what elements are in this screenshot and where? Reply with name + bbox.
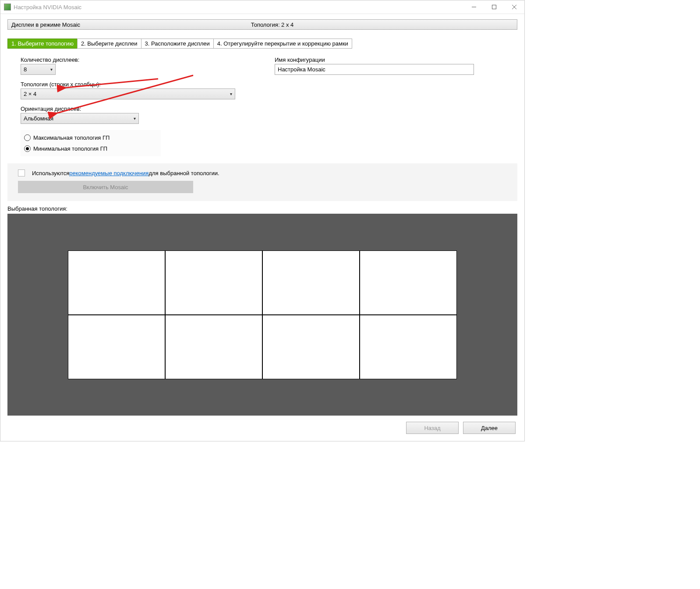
config-name-input[interactable] [275,64,474,75]
radio-max-gpu-topology[interactable]: Максимальная топология ГП [24,134,157,141]
config-name-label: Имя конфигурации [275,56,517,63]
display-cell [360,315,457,379]
topology-select[interactable]: 2 × 4 ▾ [21,88,235,99]
display-cell [262,315,360,379]
next-button[interactable]: Далее [463,422,516,434]
minimize-button[interactable] [464,0,484,14]
orientation-select[interactable]: Альбомная ▾ [21,113,139,124]
form-right-column: Имя конфигурации [262,56,517,156]
topology-grid [68,250,457,379]
orientation-value: Альбомная [24,115,53,122]
recommended-checkbox[interactable] [18,169,25,176]
radio-min-label: Минимальная топология ГП [33,145,107,152]
window-title: Настройка NVIDIA Mosaic [14,4,464,11]
close-icon [512,5,516,9]
header-bar: Дисплеи в режиме Mosaic Топология: 2 x 4 [7,19,517,30]
wizard-tabs: 1. Выберите топологию 2. Выберите диспле… [7,39,517,49]
back-label: Назад [424,425,440,431]
window-controls [464,0,524,14]
displays-count-select[interactable]: 8 ▾ [21,64,56,75]
back-button[interactable]: Назад [406,422,459,434]
tab-select-displays[interactable]: 2. Выберите дисплеи [77,39,141,49]
close-button[interactable] [504,0,524,14]
tab-select-topology[interactable]: 1. Выберите топологию [7,39,78,49]
display-cell [68,250,165,315]
title-bar: Настройка NVIDIA Mosaic [0,0,524,14]
radio-icon [24,145,31,152]
chevron-down-icon: ▾ [50,67,53,72]
orientation-label: Ориентация дисплеев: [21,106,244,112]
next-label: Далее [481,425,498,431]
enable-mosaic-label: Включить Mosaic [83,184,128,190]
topology-value: 2 × 4 [24,91,36,97]
recommended-connections-row: Используются рекомендуемые подключения д… [18,169,507,176]
displays-count-label: Количество дисплеев: [21,56,244,63]
maximize-icon [492,5,496,9]
enable-section: Используются рекомендуемые подключения д… [7,163,517,201]
header-topology-label: Топология: 2 x 4 [80,21,464,28]
chevron-down-icon: ▾ [230,92,232,96]
maximize-button[interactable] [484,0,504,14]
form-left-column: Количество дисплеев: 8 ▾ Топология (стро… [7,56,244,156]
topology-preview [7,214,517,416]
chevron-down-icon: ▾ [134,116,136,121]
display-cell [165,315,262,379]
display-cell [165,250,262,315]
gpu-topology-radio-group: Максимальная топология ГП Минимальная то… [21,130,161,156]
minimize-icon [472,5,476,9]
window-frame: Настройка NVIDIA Mosaic Дисплеи в режиме… [0,0,525,441]
enable-mosaic-button[interactable]: Включить Mosaic [18,181,193,193]
tab-adjust-overlap[interactable]: 4. Отрегулируйте перекрытие и коррекцию … [213,39,352,49]
tab-arrange-displays[interactable]: 3. Расположите дисплеи [141,39,214,49]
enable-text-prefix: Используются [32,170,69,176]
radio-min-gpu-topology[interactable]: Минимальная топология ГП [24,145,157,152]
header-mode-label: Дисплеи в режиме Mosaic [8,21,80,28]
topology-rc-label: Топология (строки х столбцы): [21,81,244,88]
display-cell [262,250,360,315]
radio-max-label: Максимальная топология ГП [33,134,110,141]
radio-icon [24,134,31,141]
enable-text-suffix: для выбранной топологии. [148,170,219,176]
displays-count-value: 8 [24,66,27,73]
display-cell [68,315,165,379]
app-icon [4,4,11,11]
wizard-footer: Назад Далее [7,416,517,434]
display-cell [360,250,457,315]
svg-rect-1 [492,5,496,9]
form-area: Количество дисплеев: 8 ▾ Топология (стро… [7,56,517,156]
recommended-connections-link[interactable]: рекомендуемые подключения [69,170,148,176]
selected-topology-label: Выбранная топология: [7,205,517,212]
content-area: Дисплеи в режиме Mosaic Топология: 2 x 4… [0,14,524,441]
